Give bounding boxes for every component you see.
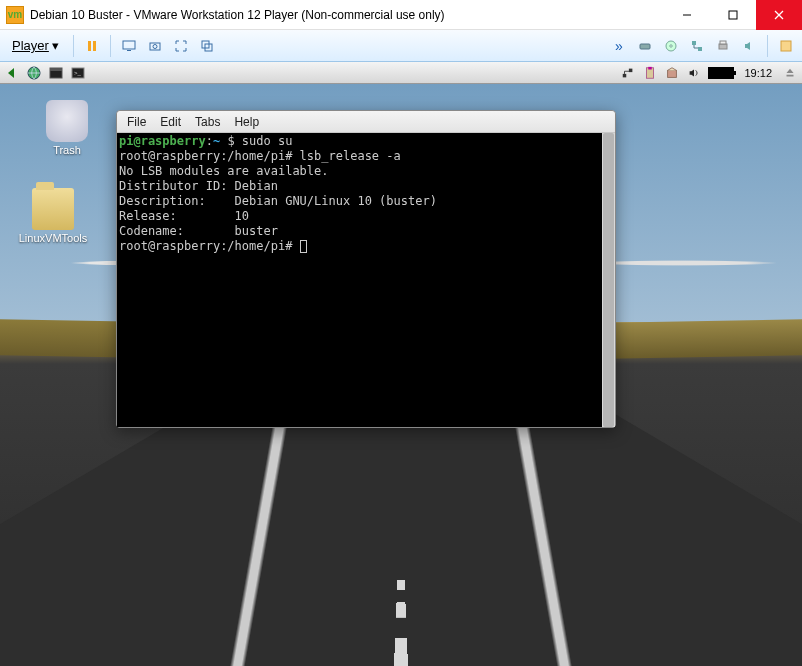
arrow-icon-button[interactable]: »	[609, 36, 629, 56]
network-button[interactable]	[687, 36, 707, 56]
web-browser-launcher[interactable]	[26, 65, 42, 81]
term-line6: Release: 10	[119, 209, 249, 223]
svg-rect-1	[729, 11, 737, 19]
terminal-menubar: File Edit Tabs Help	[117, 111, 615, 133]
pause-button[interactable]	[82, 36, 102, 56]
arrow-left-icon	[4, 65, 20, 81]
window-title: Debian 10 Buster - VMware Workstation 12…	[30, 8, 445, 22]
fullscreen-icon	[174, 39, 188, 53]
eject-icon	[783, 66, 797, 80]
term-prompt: $	[220, 134, 242, 148]
svg-rect-25	[623, 73, 627, 77]
package-icon	[665, 66, 679, 80]
battery-tray-icon[interactable]	[708, 67, 734, 79]
fullscreen-button[interactable]	[171, 36, 191, 56]
term-cmd1: sudo su	[242, 134, 293, 148]
harddisk-button[interactable]	[635, 36, 655, 56]
chevron-right-icon: »	[615, 38, 623, 54]
term-line3: No LSB modules are available.	[119, 164, 329, 178]
minimize-button[interactable]	[664, 0, 710, 30]
svg-point-9	[153, 44, 157, 48]
sound-icon	[742, 39, 756, 53]
terminal-launcher[interactable]: >_	[70, 65, 86, 81]
snapshot-icon	[148, 39, 162, 53]
harddisk-icon	[638, 39, 652, 53]
trash-icon	[46, 100, 88, 142]
pause-icon	[85, 39, 99, 53]
svg-rect-22	[50, 68, 62, 71]
svg-rect-29	[668, 70, 677, 77]
clipboard-tray-icon[interactable]	[642, 65, 658, 81]
svg-rect-12	[640, 44, 650, 49]
network-icon	[690, 39, 704, 53]
guest-desktop[interactable]: >_ 19:12 Trash LinuxVMTools File Ed	[0, 62, 802, 666]
show-desktop-button[interactable]	[776, 36, 796, 56]
term-line7: Codename: buster	[119, 224, 278, 238]
folder-desktop-icon[interactable]: LinuxVMTools	[18, 188, 88, 244]
player-menu-label: Player	[12, 38, 49, 53]
clipboard-icon	[643, 66, 657, 80]
panel-clock[interactable]: 19:12	[740, 67, 776, 79]
folder-label: LinuxVMTools	[18, 232, 88, 244]
terminal-body[interactable]: pi@raspberry:~ $ sudo su root@raspberry:…	[117, 133, 615, 427]
snapshot-button[interactable]	[145, 36, 165, 56]
nm-icon	[621, 66, 635, 80]
svg-point-14	[670, 44, 672, 46]
terminal-menu-tabs[interactable]: Tabs	[195, 115, 220, 129]
svg-rect-6	[123, 41, 135, 49]
svg-rect-5	[93, 41, 96, 51]
screen-icon	[122, 39, 136, 53]
terminal-scrollbar[interactable]	[602, 133, 615, 427]
speaker-icon	[687, 66, 701, 80]
svg-rect-17	[719, 44, 727, 49]
logout-button[interactable]	[782, 65, 798, 81]
svg-rect-15	[692, 41, 696, 45]
vmware-logo-icon: vm	[6, 6, 24, 24]
vmware-toolbar: Player ▾ »	[0, 30, 802, 62]
volume-tray-icon[interactable]	[686, 65, 702, 81]
term-line4: Distributor ID: Debian	[119, 179, 278, 193]
term-sep: :	[206, 134, 213, 148]
globe-icon	[26, 65, 42, 81]
file-manager-launcher[interactable]	[48, 65, 64, 81]
terminal-scrollbar-thumb[interactable]	[603, 133, 614, 427]
term-line8: root@raspberry:/home/pi#	[119, 239, 300, 253]
maximize-icon	[726, 8, 740, 22]
back-button[interactable]	[4, 65, 20, 81]
svg-rect-7	[127, 50, 131, 51]
unity-button[interactable]	[197, 36, 217, 56]
dropdown-caret-icon: ▾	[52, 38, 59, 53]
terminal-icon: >_	[70, 65, 86, 81]
printer-icon	[716, 39, 730, 53]
svg-rect-19	[781, 41, 791, 51]
terminal-menu-file[interactable]: File	[127, 115, 146, 129]
cd-icon	[664, 39, 678, 53]
player-menu[interactable]: Player ▾	[6, 36, 65, 55]
maximize-button[interactable]	[710, 0, 756, 30]
sound-button[interactable]	[739, 36, 759, 56]
terminal-menu-edit[interactable]: Edit	[160, 115, 181, 129]
updates-tray-icon[interactable]	[664, 65, 680, 81]
svg-rect-28	[649, 66, 653, 69]
svg-rect-16	[698, 47, 702, 51]
vmware-titlebar: vm Debian 10 Buster - VMware Workstation…	[0, 0, 802, 30]
trash-label: Trash	[32, 144, 102, 156]
printer-button[interactable]	[713, 36, 733, 56]
send-ctrl-alt-del-button[interactable]	[119, 36, 139, 56]
trash-desktop-icon[interactable]: Trash	[32, 100, 102, 156]
svg-text:>_: >_	[74, 70, 82, 76]
network-tray-icon[interactable]	[620, 65, 636, 81]
lxde-panel: >_ 19:12	[0, 62, 802, 84]
terminal-menu-help[interactable]: Help	[234, 115, 259, 129]
svg-rect-18	[720, 41, 726, 44]
folder-icon	[32, 188, 74, 230]
svg-rect-4	[88, 41, 91, 51]
close-button[interactable]	[756, 0, 802, 30]
terminal-cursor	[300, 240, 307, 253]
svg-rect-30	[787, 74, 794, 76]
unity-icon	[200, 39, 214, 53]
terminal-window[interactable]: File Edit Tabs Help pi@raspberry:~ $ sud…	[116, 110, 616, 428]
cd-button[interactable]	[661, 36, 681, 56]
drawer-icon	[48, 65, 64, 81]
minimize-icon	[680, 8, 694, 22]
